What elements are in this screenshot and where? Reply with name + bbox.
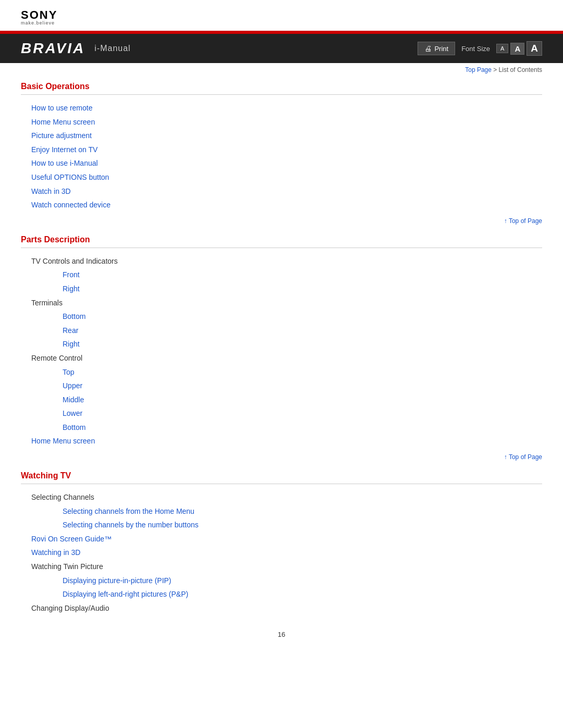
link-pip[interactable]: Displaying picture-in-picture (PIP)	[63, 574, 542, 588]
print-button[interactable]: 🖨 Print	[418, 42, 455, 55]
link-useful-options[interactable]: Useful OPTIONS button	[31, 170, 542, 184]
remote-control-children: Top Upper Middle Lower Bottom	[31, 365, 542, 435]
parts-description-divider	[21, 248, 542, 248]
logo-area: SONY make.believe	[0, 0, 563, 31]
link-watching-3d[interactable]: Watching in 3D	[31, 546, 542, 560]
link-right-tv[interactable]: Right	[63, 282, 542, 296]
link-watch-connected-device[interactable]: Watch connected device	[31, 198, 542, 212]
watching-twin-group: Watching Twin Picture Displaying picture…	[21, 560, 542, 601]
sony-text: SONY	[21, 9, 542, 21]
terminals-group: Terminals Bottom Rear Right	[21, 296, 542, 351]
imanual-text: i-Manual	[94, 44, 130, 53]
link-enjoy-internet[interactable]: Enjoy Internet on TV	[31, 143, 542, 157]
link-rovi[interactable]: Rovi On Screen Guide™	[31, 532, 542, 546]
font-small-button[interactable]: A	[496, 44, 508, 53]
breadcrumb-current: List of Contents	[499, 66, 542, 73]
header-bar: BRAVIA i-Manual 🖨 Print Font Size A A A	[0, 34, 563, 63]
remote-control-group: Remote Control Top Upper Middle Lower Bo…	[21, 351, 542, 435]
link-select-from-home[interactable]: Selecting channels from the Home Menu	[63, 504, 542, 519]
basic-operations-divider	[21, 94, 542, 95]
tv-controls-group: TV Controls and Indicators Front Right	[21, 254, 542, 296]
page-number: 16	[21, 631, 542, 649]
selecting-channels-label: Selecting Channels	[31, 493, 94, 501]
tv-controls-label: TV Controls and Indicators	[31, 257, 118, 265]
terminals-children: Bottom Rear Right	[31, 310, 542, 351]
top-of-page-1: ↑ Top of Page	[21, 217, 542, 225]
link-top[interactable]: Top	[63, 365, 542, 379]
watching-plain-links: Changing Display/Audio	[21, 601, 542, 615]
parts-description-title: Parts Description	[21, 235, 542, 244]
header-right: 🖨 Print Font Size A A A	[418, 41, 542, 56]
tv-controls-children: Front Right	[31, 268, 542, 295]
watching-tv-links: Rovi On Screen Guide™ Watching in 3D	[21, 532, 542, 560]
link-select-by-number[interactable]: Selecting channels by the number buttons	[63, 518, 542, 532]
main-content: Basic Operations How to use remote Home …	[0, 77, 563, 664]
link-bottom-terminals[interactable]: Bottom	[63, 310, 542, 324]
link-home-menu-screen-parts[interactable]: Home Menu screen	[31, 434, 542, 448]
remote-control-label: Remote Control	[31, 354, 82, 362]
section-parts-description: Parts Description TV Controls and Indica…	[21, 235, 542, 461]
top-of-page-link-1[interactable]: ↑ Top of Page	[504, 217, 542, 225]
parts-extra-links: Home Menu screen	[21, 434, 542, 448]
font-size-label: Font Size	[461, 45, 490, 53]
link-lower[interactable]: Lower	[63, 406, 542, 421]
sony-tagline: make.believe	[21, 21, 542, 26]
font-medium-button[interactable]: A	[510, 43, 524, 55]
basic-operations-title: Basic Operations	[21, 82, 542, 91]
link-middle[interactable]: Middle	[63, 393, 542, 407]
watching-twin-children: Displaying picture-in-picture (PIP) Disp…	[31, 574, 542, 601]
breadcrumb-separator: >	[493, 66, 498, 73]
link-how-to-use-imanual[interactable]: How to use i-Manual	[31, 156, 542, 170]
link-pap[interactable]: Displaying left-and-right pictures (P&P)	[63, 587, 542, 601]
selecting-channels-children: Selecting channels from the Home Menu Se…	[31, 504, 542, 532]
top-of-page-link-2[interactable]: ↑ Top of Page	[504, 453, 542, 461]
link-picture-adjustment[interactable]: Picture adjustment	[31, 129, 542, 143]
link-right-terminals[interactable]: Right	[63, 337, 542, 351]
sony-logo: SONY make.believe	[21, 9, 542, 26]
top-of-page-2: ↑ Top of Page	[21, 453, 542, 461]
font-size-buttons: A A A	[496, 41, 542, 56]
header-wrapper: BRAVIA i-Manual 🖨 Print Font Size A A A	[0, 31, 563, 63]
terminals-label: Terminals	[31, 299, 63, 307]
print-label: Print	[434, 45, 448, 53]
breadcrumb: Top Page > List of Contents	[0, 63, 563, 77]
link-upper[interactable]: Upper	[63, 379, 542, 393]
section-watching-tv: Watching TV Selecting Channels Selecting…	[21, 471, 542, 615]
link-home-menu-screen[interactable]: Home Menu screen	[31, 115, 542, 129]
section-basic-operations: Basic Operations How to use remote Home …	[21, 82, 542, 225]
link-watch-3d[interactable]: Watch in 3D	[31, 184, 542, 199]
link-how-to-use-remote[interactable]: How to use remote	[31, 101, 542, 115]
basic-operations-links: How to use remote Home Menu screen Pictu…	[21, 101, 542, 212]
link-rear[interactable]: Rear	[63, 324, 542, 338]
selecting-channels-group: Selecting Channels Selecting channels fr…	[21, 490, 542, 532]
print-icon: 🖨	[424, 44, 432, 53]
bravia-logo: BRAVIA	[21, 40, 85, 57]
watching-tv-title: Watching TV	[21, 471, 542, 480]
font-large-button[interactable]: A	[527, 41, 542, 56]
header-left: BRAVIA i-Manual	[21, 40, 131, 57]
link-bottom-remote[interactable]: Bottom	[63, 421, 542, 435]
watching-tv-divider	[21, 484, 542, 484]
watching-twin-label: Watching Twin Picture	[31, 562, 103, 571]
changing-display-audio: Changing Display/Audio	[31, 604, 109, 612]
link-front[interactable]: Front	[63, 268, 542, 282]
breadcrumb-top-page[interactable]: Top Page	[465, 66, 492, 73]
